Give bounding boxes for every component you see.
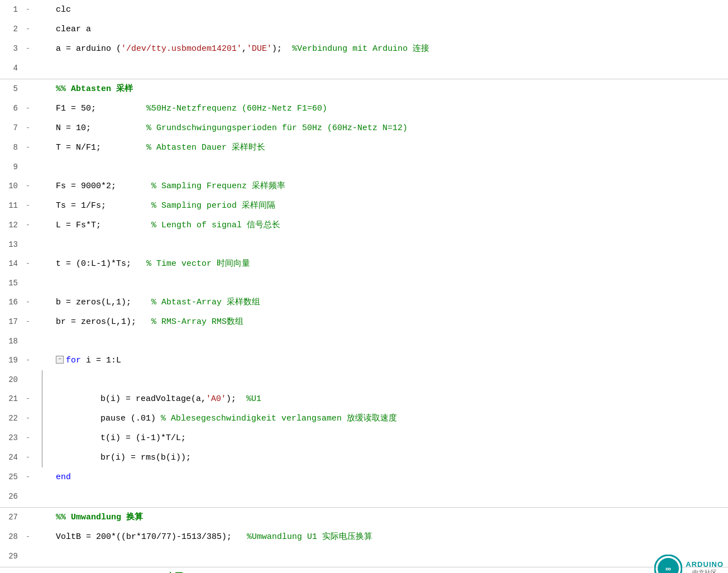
line-dash: - — [22, 99, 33, 118]
code-line: 6-F1 = 50; %50Hz-Netzfrequenz (60Hz-Netz… — [0, 99, 728, 118]
line-number: 7 — [0, 118, 22, 137]
line-number: 5 — [0, 79, 22, 98]
code-line: 10-Fs = 9000*2; % Sampling Frequenz 采样频率 — [0, 176, 728, 196]
code-token: '/dev/tty.usbmodem14201' — [121, 44, 242, 54]
svg-text:∞: ∞ — [665, 564, 671, 573]
line-number: 30 — [0, 567, 22, 573]
code-token: t(i) = (i-1)*T/L; — [100, 433, 186, 443]
line-number: 12 — [0, 216, 22, 235]
code-token: a = arduino ( — [56, 44, 121, 54]
code-token: b(i) = readVoltage(a, — [100, 394, 206, 404]
line-content: end — [33, 468, 728, 487]
code-token: %% Abtasten 采样 — [56, 84, 133, 94]
line-number: 17 — [0, 312, 22, 331]
code-token: ); — [272, 44, 292, 54]
line-dash: - — [22, 138, 33, 157]
line-number: 4 — [0, 59, 22, 78]
code-token: 'A0' — [206, 394, 226, 404]
code-line: 19-−for i = 1:L — [0, 351, 728, 370]
code-line: 1-clc — [0, 0, 728, 20]
code-token: %U1 — [246, 394, 261, 404]
code-line: 22-pause (.01) % Ablesegeschwindigkeit v… — [0, 409, 728, 428]
code-line: 7-N = 10; % Grundschwingungsperioden für… — [0, 118, 728, 138]
code-token: %Umwandlung U1 实际电压换算 — [247, 532, 372, 542]
code-token: 'DUE' — [247, 44, 272, 54]
line-number: 11 — [0, 196, 22, 215]
line-dash: - — [22, 389, 33, 408]
code-line: 4 — [0, 59, 728, 78]
code-token: %% Umwandlung 换算 — [56, 513, 143, 522]
watermark-community: 中文社区 — [692, 569, 717, 573]
code-line: 26 — [0, 487, 728, 506]
code-line: 27%% Umwandlung 换算 — [0, 507, 728, 527]
code-line: 28-VoltB = 200*((br*170/77)-1513/385); %… — [0, 527, 728, 547]
code-token: % Sampling period 采样间隔 — [151, 201, 275, 211]
line-number: 8 — [0, 138, 22, 157]
code-line: 13 — [0, 235, 728, 254]
code-line: 21-b(i) = readVoltage(a,'A0'); %U1 — [0, 389, 728, 409]
line-number: 2 — [0, 20, 22, 39]
line-content: a = arduino ('/dev/tty.usbmodem14201','D… — [33, 40, 728, 59]
line-content: t(i) = (i-1)*T/L; — [33, 429, 728, 448]
line-dash: - — [22, 0, 33, 19]
line-dash: - — [22, 428, 33, 447]
code-token: % Ablesegeschwindigkeit verlangsamen 放缓读… — [161, 414, 397, 423]
line-number: 26 — [0, 487, 22, 506]
code-line: 11-Ts = 1/Fs; % Sampling period 采样间隔 — [0, 196, 728, 216]
code-line: 8-T = N/F1; % Abtasten Dauer 采样时长 — [0, 138, 728, 157]
line-content: N = 10; % Grundschwingungsperioden für 5… — [33, 119, 728, 138]
code-token: Fs = 9000*2; — [56, 182, 151, 191]
line-number: 29 — [0, 547, 22, 566]
code-token: b = zeros(L,1); — [56, 298, 151, 307]
code-token: br(i) = rms(b(i)); — [100, 453, 191, 462]
line-content: br = zeros(L,1); % RMS-Array RMS数组 — [33, 313, 728, 332]
line-number: 27 — [0, 508, 22, 527]
line-content: Fs = 9000*2; % Sampling Frequenz 采样频率 — [33, 177, 728, 196]
line-content: pause (.01) % Ablesegeschwindigkeit verl… — [33, 409, 728, 428]
line-dash: - — [22, 254, 33, 273]
code-token: clear — [56, 25, 86, 34]
line-number: 10 — [0, 176, 22, 195]
code-line: 9 — [0, 157, 728, 176]
code-token: % Abtasten Dauer 采样时长 — [146, 143, 265, 152]
code-token: i = 1:L — [81, 356, 121, 365]
line-dash: - — [22, 312, 33, 331]
code-token: % Grundschwingungsperioden für 50Hz (60H… — [146, 123, 408, 133]
watermark: ∞ ARDUINO 中文社区 — [654, 555, 724, 573]
line-content: %% Umwandlung 换算 — [33, 508, 728, 527]
code-line: 29 — [0, 547, 728, 566]
code-token: pause (.01) — [100, 414, 161, 423]
line-content: T = N/F1; % Abtasten Dauer 采样时长 — [33, 139, 728, 157]
line-dash: - — [22, 351, 33, 370]
line-number: 28 — [0, 527, 22, 546]
line-number: 24 — [0, 448, 22, 467]
code-token: %50Hz-Netzfrequenz (60Hz-Netz F1=60) — [146, 104, 327, 113]
code-token: % Time vector 时间向量 — [146, 259, 250, 269]
fold-icon[interactable]: − — [56, 356, 64, 364]
code-line: 20 — [0, 370, 728, 389]
line-dash: - — [22, 527, 33, 546]
line-dash: - — [22, 409, 33, 428]
code-line: 23-t(i) = (i-1)*T/L; — [0, 428, 728, 448]
line-content: b(i) = readVoltage(a,'A0'); %U1 — [33, 390, 728, 409]
code-token: T = N/F1; — [56, 143, 146, 152]
code-token: clc — [56, 5, 71, 15]
code-line: 15 — [0, 274, 728, 293]
line-number: 1 — [0, 0, 22, 19]
code-line: 24-br(i) = rms(b(i)); — [0, 448, 728, 467]
line-number: 3 — [0, 39, 22, 58]
code-line: 25-end — [0, 467, 728, 487]
code-line: 3-a = arduino ('/dev/tty.usbmodem14201',… — [0, 39, 728, 59]
code-line: 16-b = zeros(L,1); % Abtast-Array 采样数组 — [0, 293, 728, 312]
line-number: 18 — [0, 332, 22, 351]
code-line: 2-clear a — [0, 20, 728, 39]
code-token: L = Fs*T; — [56, 221, 151, 230]
line-dash: - — [22, 448, 33, 467]
line-dash: - — [22, 293, 33, 312]
line-content: %% Ploting-Umwandlung 出图 — [33, 568, 728, 573]
code-line: 12-L = Fs*T; % Length of signal 信号总长 — [0, 216, 728, 235]
line-dash: - — [22, 20, 33, 39]
code-token: a — [86, 25, 91, 34]
code-token: for — [66, 356, 81, 365]
line-content: Ts = 1/Fs; % Sampling period 采样间隔 — [33, 197, 728, 216]
